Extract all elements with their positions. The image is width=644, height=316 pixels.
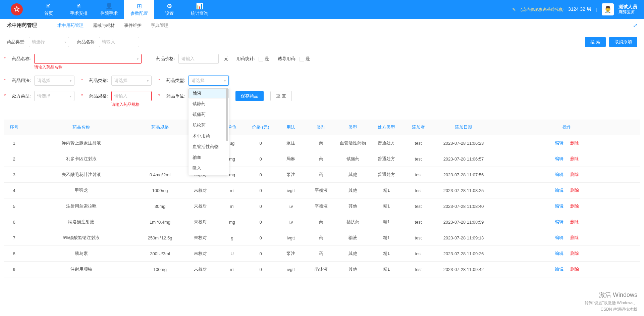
usage-stat-checkbox[interactable] bbox=[259, 57, 263, 61]
cell-price: 0 bbox=[246, 214, 276, 230]
delete-link[interactable]: 删除 bbox=[570, 219, 579, 225]
filter-name-label: 药品名称: bbox=[77, 39, 96, 45]
nav-item-4[interactable]: ⚙设置 bbox=[154, 0, 184, 19]
nav-item-2[interactable]: 👤住院手术 bbox=[94, 0, 124, 19]
delete-link[interactable]: 删除 bbox=[570, 140, 579, 146]
edit-link[interactable]: 编辑 bbox=[555, 235, 564, 241]
drug-type-label: 药品类型: bbox=[161, 76, 185, 84]
cell-his: 未校对 bbox=[182, 183, 219, 198]
avatar[interactable]: 👨‍⚕️ bbox=[602, 3, 614, 15]
filter-type-select[interactable]: 请选择▾ bbox=[29, 37, 69, 47]
edit-link[interactable]: 编辑 bbox=[555, 266, 564, 272]
induce-checkbox[interactable] bbox=[300, 57, 304, 61]
drug-spec-input[interactable]: 请输入 bbox=[111, 91, 152, 101]
cell-type: 其他 bbox=[336, 198, 370, 214]
delete-link[interactable]: 删除 bbox=[570, 235, 579, 241]
drug-spec-label: 药品规格: bbox=[84, 91, 108, 99]
dropdown-option[interactable]: 输血 bbox=[189, 152, 229, 163]
cell-actions: 编辑删除 bbox=[494, 230, 640, 245]
cell-price: 0 bbox=[246, 198, 276, 214]
edit-link[interactable]: 编辑 bbox=[555, 156, 564, 162]
cell-type: 血管活性药物 bbox=[336, 135, 370, 151]
tab-0[interactable]: 术中用药管理 bbox=[57, 23, 84, 28]
edit-link[interactable]: 编辑 bbox=[555, 251, 564, 257]
reset-button[interactable]: 重 置 bbox=[270, 91, 292, 101]
delete-link[interactable]: 删除 bbox=[570, 203, 579, 209]
cell-rx: 普通处方 bbox=[370, 135, 403, 151]
cell-price: 0 bbox=[246, 151, 276, 167]
drug-type-select[interactable]: 请选择▾ bbox=[189, 76, 229, 86]
nav-icon: 👤 bbox=[105, 2, 113, 10]
dropdown-option[interactable]: 镇痛药 bbox=[189, 109, 229, 120]
nav-item-1[interactable]: 🗎手术安排 bbox=[64, 0, 94, 19]
nav-item-5[interactable]: 📊统计查询 bbox=[184, 0, 215, 19]
edit-link[interactable]: 编辑 bbox=[555, 172, 564, 178]
delete-link[interactable]: 删除 bbox=[570, 266, 579, 272]
edit-link[interactable]: 编辑 bbox=[555, 219, 564, 225]
nav-item-3[interactable]: ⊞参数配置 bbox=[124, 0, 154, 19]
drug-name-select[interactable]: ▾ bbox=[34, 54, 142, 64]
dropdown-option[interactable]: 术中用药 bbox=[189, 131, 229, 141]
tab-3[interactable]: 字典管理 bbox=[151, 23, 168, 28]
table-row: 6纳洛酮注射液1ml*0.4mg未校对mg0i.v药拮抗药精1test2023-… bbox=[4, 214, 640, 230]
cancel-add-button[interactable]: 取消添加 bbox=[609, 37, 637, 47]
cell-his: 未校对 bbox=[182, 230, 219, 245]
cell-price: 0 bbox=[246, 183, 276, 198]
filter-name-input[interactable]: 请输入 bbox=[99, 37, 139, 47]
save-drug-button[interactable]: 保存药品 bbox=[235, 91, 264, 101]
cell-price: 0 bbox=[246, 262, 276, 277]
cell-spec: 250ml*12.5g bbox=[138, 230, 182, 245]
table-row: 9注射用顺铂100mg未校对ml0ivgtt晶体液其他精1test2023-07… bbox=[4, 262, 640, 277]
scrollbar[interactable] bbox=[226, 88, 228, 141]
edit-link[interactable]: 编辑 bbox=[555, 203, 564, 209]
filter-type-label: 药品类型: bbox=[7, 39, 25, 45]
chevron-down-icon: ▾ bbox=[137, 57, 139, 61]
rx-type-select[interactable]: 请选择▾ bbox=[34, 91, 74, 101]
nav-item-0[interactable]: 🗎首页 bbox=[34, 0, 64, 19]
drug-usage-select[interactable]: 请选择▾ bbox=[34, 76, 74, 86]
cell-type: 其他 bbox=[336, 262, 370, 277]
nav-icon: 🗎 bbox=[46, 3, 52, 10]
patient-edit-link[interactable]: (点击修改患者基础信息) bbox=[521, 7, 564, 12]
dropdown-option[interactable]: 镇静药 bbox=[189, 98, 229, 109]
cell-idx: 4 bbox=[4, 183, 24, 198]
cell-usage: ivgtt bbox=[276, 183, 306, 198]
nav-icon: 📊 bbox=[196, 2, 203, 10]
tab-2[interactable]: 事件维护 bbox=[124, 23, 142, 28]
cell-usage: 泵注 bbox=[276, 246, 306, 261]
tab-1[interactable]: 器械与耗材 bbox=[93, 23, 115, 28]
drug-price-input[interactable]: 请输入 bbox=[178, 54, 219, 64]
cell-idx: 1 bbox=[4, 135, 24, 151]
cell-spec: 100mg bbox=[138, 262, 182, 277]
cell-rx: 普通处方 bbox=[370, 167, 403, 182]
sub-navbar: 术中用药管理 术中用药管理器械与耗材事件维护字典管理 ⤢ bbox=[0, 19, 644, 32]
dropdown-option[interactable]: 血管活性药物 bbox=[189, 141, 229, 152]
dropdown-option[interactable]: 肌松药 bbox=[189, 120, 229, 131]
dropdown-option[interactable]: 输液 bbox=[189, 88, 229, 98]
delete-link[interactable]: 删除 bbox=[570, 172, 579, 178]
edit-patient-icon: ✎ bbox=[512, 7, 516, 12]
edit-link[interactable]: 编辑 bbox=[555, 187, 564, 193]
cell-date: 2023-07-28 11:08:25 bbox=[433, 183, 494, 198]
price-unit: 元 bbox=[224, 54, 228, 62]
cell-rx: 精1 bbox=[370, 230, 403, 245]
delete-link[interactable]: 删除 bbox=[570, 156, 579, 162]
cell-cat: 平衡液 bbox=[306, 198, 336, 214]
cell-unit: mg bbox=[219, 214, 246, 230]
cell-his: 未校对 bbox=[182, 214, 219, 230]
drug-type-dropdown: 输液镇静药镇痛药肌松药术中用药血管活性药物输血吸入 bbox=[189, 87, 229, 175]
expand-icon[interactable]: ⤢ bbox=[633, 22, 637, 29]
drug-category-select[interactable]: 请选择▾ bbox=[111, 76, 152, 86]
search-button[interactable]: 搜 索 bbox=[585, 37, 606, 47]
edit-link[interactable]: 编辑 bbox=[555, 140, 564, 146]
cell-unit: ml bbox=[219, 262, 246, 277]
logo-icon bbox=[11, 3, 23, 15]
page-title: 术中用药管理 bbox=[7, 22, 47, 29]
delete-link[interactable]: 删除 bbox=[570, 187, 579, 193]
cell-price: 0 bbox=[246, 246, 276, 261]
dropdown-option[interactable]: 吸入 bbox=[189, 163, 229, 174]
delete-link[interactable]: 删除 bbox=[570, 251, 579, 257]
cell-type: 镇痛药 bbox=[336, 151, 370, 167]
column-header: 类别 bbox=[306, 120, 336, 135]
nav-label: 手术安排 bbox=[70, 10, 88, 16]
